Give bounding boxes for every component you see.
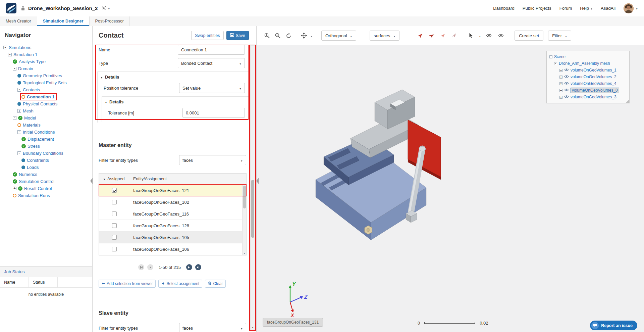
section-plane-tool-icon[interactable]	[416, 31, 424, 40]
collapse-icon[interactable]	[3, 46, 7, 49]
first-page-button[interactable]	[138, 264, 144, 270]
eye-icon[interactable]	[564, 75, 569, 79]
user-menu[interactable]	[624, 3, 638, 13]
sidebar-item-materials[interactable]: Materials	[0, 122, 92, 129]
expand-icon[interactable]	[559, 76, 562, 79]
last-page-button[interactable]	[195, 264, 201, 270]
collapse-icon[interactable]	[554, 62, 557, 65]
expand-icon[interactable]	[559, 82, 562, 85]
position-tolerance-select[interactable]: Set value	[179, 83, 245, 93]
scroll-down-arrow-icon[interactable]	[243, 250, 246, 255]
collapse-icon[interactable]	[17, 88, 21, 92]
sidebar-item-boundary-conditions[interactable]: Boundary Conditions	[0, 150, 92, 157]
show-entity-eye-icon[interactable]	[496, 31, 505, 40]
tab-simulation-designer[interactable]: Simulation Designer	[37, 16, 90, 26]
entity-row[interactable]: faceGroupOnGeoFaces_121	[99, 185, 246, 196]
table-scrollbar[interactable]	[242, 185, 246, 255]
collapse-icon[interactable]	[13, 67, 16, 70]
scrollbar-thumb[interactable]	[243, 186, 246, 208]
sidebar-item-physical-contacts[interactable]: Physical Contacts	[0, 100, 92, 107]
checkbox[interactable]	[112, 235, 117, 240]
eye-icon[interactable]	[564, 81, 569, 86]
chevron-down-icon[interactable]	[479, 33, 481, 38]
entity-row[interactable]: faceGroupOnGeoFaces_116	[99, 208, 246, 220]
sidebar-item-constraints[interactable]: Constraints	[0, 157, 92, 164]
sidebar-item-simulation-control[interactable]: Simulation Control	[0, 178, 92, 185]
scene-tree-mesh[interactable]: Drone_Arm_Assembly mesh	[549, 60, 627, 67]
sidebar-item-topological-entity-sets[interactable]: Topological Entity Sets	[0, 79, 92, 86]
hide-entity-eye-slash-icon[interactable]	[484, 31, 493, 40]
sidebar-item-domain[interactable]: Domain	[0, 65, 92, 72]
sidebar-item-numerics[interactable]: Numerics	[0, 171, 92, 178]
scene-volume-row[interactable]: volumeOnGeoVolumes_2	[549, 74, 627, 80]
scroll-down-arrow-icon[interactable]	[251, 324, 255, 329]
tab-post-processor[interactable]: Post-Processor	[90, 16, 130, 26]
name-input[interactable]	[178, 45, 245, 55]
scene-volume-row[interactable]: volumeOnGeoVolumes_1	[549, 67, 627, 74]
assigned-column-header[interactable]: Assigned	[99, 177, 130, 181]
sidebar-item-mesh[interactable]: Mesh	[0, 107, 92, 114]
section-plane-tool-icon[interactable]	[427, 31, 436, 40]
sidebar-item-connection-1[interactable]: Connection 1	[0, 93, 92, 100]
entity-type-filter-select[interactable]: faces	[179, 155, 246, 165]
refresh-icon[interactable]	[284, 31, 293, 40]
save-button[interactable]: Save	[226, 31, 249, 40]
pan-move-tool-icon[interactable]	[300, 31, 308, 40]
expand-icon[interactable]	[559, 69, 562, 72]
select-cursor-icon[interactable]	[467, 31, 475, 40]
sidebar-item-stress[interactable]: Stress	[0, 143, 92, 150]
clear-button[interactable]: Clear	[205, 280, 226, 288]
avatar[interactable]	[624, 3, 634, 13]
sidebar-item-model[interactable]: Model	[0, 114, 92, 122]
prev-page-button[interactable]	[147, 264, 153, 270]
swap-entities-button[interactable]: Swap entities	[191, 31, 223, 40]
zoom-out-icon[interactable]	[273, 31, 282, 40]
sidebar-item-analysis-type[interactable]: Analysis Type	[0, 58, 92, 65]
entity-row[interactable]: faceGroupOnGeoFaces_106	[99, 243, 246, 255]
section-plane-tool-icon[interactable]	[438, 31, 447, 40]
report-an-issue-button[interactable]: Report an issue	[590, 321, 637, 330]
entity-row[interactable]: faceGroupOnGeoFaces_102	[99, 196, 246, 208]
scene-tree-root[interactable]: Scene	[549, 53, 627, 60]
tab-mesh-creator[interactable]: Mesh Creator	[0, 16, 37, 26]
eye-icon[interactable]	[564, 88, 569, 93]
sidebar-item-result-control[interactable]: Result Control	[0, 185, 92, 192]
scene-volume-row-selected[interactable]: volumeOnGeoVolumes_0	[549, 87, 627, 94]
nav-forum-link[interactable]: Forum	[559, 6, 572, 11]
nav-public-projects-link[interactable]: Public Projects	[523, 6, 551, 11]
render-mode-select[interactable]: surfaces	[370, 31, 399, 41]
sidebar-item-geometry-primitives[interactable]: Geometry Primitives	[0, 72, 92, 79]
chevron-down-icon[interactable]	[310, 33, 313, 38]
sidebar-item-simulations[interactable]: Simulations	[0, 44, 92, 51]
create-set-button[interactable]: Create set	[515, 31, 543, 41]
sidebar-item-initial-conditions[interactable]: Initial Conditions	[0, 129, 92, 136]
checkbox[interactable]	[112, 211, 117, 216]
scrollbar-thumb[interactable]	[251, 180, 254, 238]
scene-volume-row[interactable]: volumeOnGeoVolumes_3	[549, 94, 627, 100]
project-settings-button[interactable]	[102, 5, 110, 11]
tolerance-input[interactable]	[182, 108, 245, 118]
zoom-in-icon[interactable]	[263, 31, 271, 40]
checkbox[interactable]	[112, 247, 117, 251]
resize-corner-icon[interactable]	[626, 100, 629, 103]
details-header[interactable]: Details	[100, 75, 256, 80]
collapse-icon[interactable]	[549, 55, 552, 58]
scene-volume-row[interactable]: volumeOnGeoVolumes_4	[549, 80, 627, 87]
viewer-canvas[interactable]: Scene Drone_Arm_Assembly mesh volumeOnGe…	[257, 45, 644, 332]
sidebar-item-simulation-1[interactable]: Simulation 1	[0, 51, 92, 58]
checkbox-checked[interactable]	[112, 188, 117, 193]
filter-select[interactable]: Filter	[548, 31, 571, 41]
sidebar-item-loads[interactable]: Loads	[0, 164, 92, 171]
sidebar-item-simulation-runs[interactable]: Simulation Runs	[0, 192, 92, 199]
slave-entity-type-filter-select[interactable]: faces	[179, 323, 246, 332]
next-page-button[interactable]	[186, 264, 192, 270]
eye-icon[interactable]	[564, 95, 569, 99]
select-assignment-button[interactable]: Select assignment	[158, 280, 202, 288]
sidebar-item-displacement[interactable]: Displacement	[0, 136, 92, 143]
projection-select[interactable]: Orthogonal	[321, 31, 356, 41]
add-selection-from-viewer-button[interactable]: Add selection from viewer	[99, 280, 156, 288]
sidebar-item-contacts[interactable]: Contacts	[0, 86, 92, 93]
checkbox[interactable]	[112, 200, 117, 204]
collapse-icon[interactable]	[13, 116, 16, 120]
expand-icon[interactable]	[559, 89, 562, 92]
